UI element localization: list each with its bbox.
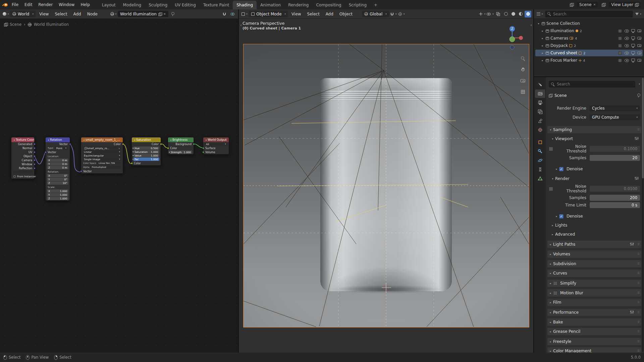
- orientation-dropdown[interactable]: Global: [362, 11, 389, 17]
- snap-magnet-icon[interactable]: [390, 11, 397, 17]
- add-menu[interactable]: Add: [323, 9, 336, 18]
- selectability-checkbox[interactable]: [618, 59, 622, 62]
- zoom-icon[interactable]: [519, 55, 527, 62]
- color-space-dropdown[interactable]: Linear Rec.709: [97, 162, 121, 165]
- properties-search[interactable]: [549, 81, 635, 87]
- render-disable-icon[interactable]: [637, 52, 641, 54]
- render-disable-icon[interactable]: [637, 44, 641, 47]
- view-layer-selector[interactable]: View Layer: [609, 2, 641, 8]
- shader-type-dropdown[interactable]: World: [10, 11, 36, 17]
- filter-icon[interactable]: [635, 11, 642, 17]
- shading-solid-button[interactable]: [510, 11, 517, 17]
- output-target-dropdown[interactable]: All: [205, 142, 227, 146]
- tab-output[interactable]: [535, 99, 545, 107]
- selectability-checkbox[interactable]: [618, 51, 622, 55]
- pin-icon[interactable]: [169, 11, 176, 17]
- alpha-dropdown[interactable]: Premultiplied: [90, 166, 121, 169]
- pan-hand-icon[interactable]: [519, 66, 527, 73]
- outliner-item-focus-marker[interactable]: Focus Marker 4: [535, 57, 643, 64]
- outliner-search[interactable]: [545, 11, 633, 17]
- section-motion-blur[interactable]: Motion Blur: [547, 289, 641, 297]
- node-environment-texture[interactable]: small_empty_room_1_4k.exr Color small_em…: [81, 137, 123, 174]
- link-texcoord-mapping[interactable]: [35, 152, 45, 164]
- hue-field[interactable]: Hue0.500: [133, 146, 159, 150]
- subsection-render[interactable]: Render: [551, 175, 641, 182]
- denoise-checkbox[interactable]: [559, 167, 564, 171]
- scale-y-field[interactable]: Y1.000: [47, 193, 68, 196]
- rotation-z-field[interactable]: Z10°: [47, 181, 68, 185]
- new-view-layer-icon[interactable]: [635, 3, 638, 6]
- object-menu[interactable]: Object: [337, 9, 355, 18]
- noise-threshold-checkbox[interactable]: [549, 147, 553, 151]
- section-film[interactable]: Film: [547, 299, 641, 306]
- viewport-disable-icon[interactable]: [631, 37, 635, 39]
- section-freestyle[interactable]: Freestyle: [547, 338, 641, 345]
- navigation-gizmo[interactable]: Z: [499, 25, 525, 51]
- from-instancer-toggle[interactable]: From Instancer: [11, 174, 34, 179]
- node-world-output[interactable]: World Output All Surface Volume: [203, 137, 229, 155]
- interpolation-dropdown[interactable]: Linear: [83, 150, 121, 154]
- tab-object-data[interactable]: [535, 174, 545, 183]
- expand-icon[interactable]: [541, 44, 544, 47]
- section-simplify[interactable]: Simplify: [547, 280, 641, 287]
- projection-dropdown[interactable]: Equirectangular: [83, 154, 121, 157]
- tab-shading[interactable]: Shading: [233, 1, 257, 9]
- expand-icon[interactable]: [541, 37, 544, 40]
- shader-menu-add[interactable]: Add: [70, 9, 84, 18]
- selectability-checkbox[interactable]: [618, 37, 622, 40]
- shader-menu-select[interactable]: Select: [52, 9, 70, 18]
- selectability-checkbox[interactable]: [618, 44, 622, 47]
- overlays-icon[interactable]: [229, 11, 236, 17]
- section-performance[interactable]: Performance: [547, 309, 641, 316]
- expand-icon[interactable]: [541, 29, 544, 33]
- saturation-field[interactable]: Saturation1.000: [133, 150, 159, 154]
- object-picker-field[interactable]: [13, 171, 33, 174]
- time-limit-field[interactable]: 0 s: [590, 202, 640, 208]
- sidebar-toggle[interactable]: [530, 23, 532, 27]
- subsection-advanced[interactable]: Advanced: [551, 231, 641, 238]
- location-x-field[interactable]: X0 m: [47, 159, 68, 162]
- link-mapping-envtexture[interactable]: [70, 144, 81, 172]
- shading-rendered-button[interactable]: [525, 11, 531, 17]
- tab-uv-editing[interactable]: UV Editing: [171, 1, 200, 9]
- render-denoise-row[interactable]: Denoise: [551, 213, 641, 220]
- hide-icon[interactable]: [625, 59, 629, 62]
- camera-view-icon[interactable]: [519, 77, 527, 84]
- axis-y-ball[interactable]: [509, 37, 515, 42]
- editor-type-icon[interactable]: [536, 11, 543, 17]
- hide-icon[interactable]: [625, 44, 629, 47]
- shader-editor[interactable]: World View Select Add Node World Illumin…: [0, 9, 238, 353]
- node-background[interactable]: Brightness Background Color Strength1.00…: [168, 137, 194, 155]
- shading-wireframe-button[interactable]: [502, 11, 509, 17]
- viewport-disable-icon[interactable]: [631, 51, 635, 54]
- hide-icon[interactable]: [625, 29, 629, 33]
- editor-type-icon[interactable]: [241, 11, 248, 17]
- tab-modifiers[interactable]: [535, 147, 545, 156]
- section-color-management[interactable]: Color Management: [547, 347, 641, 353]
- link-envtexture-saturation[interactable]: [123, 144, 131, 164]
- filter-options-icon[interactable]: [639, 83, 640, 85]
- viewport-disable-icon[interactable]: [631, 59, 635, 61]
- tab-texture-paint[interactable]: Texture Paint: [200, 1, 233, 9]
- world-datablock-field[interactable]: World Illumination: [118, 11, 168, 17]
- tab-constraints[interactable]: [535, 165, 545, 174]
- selectability-checkbox[interactable]: [618, 29, 622, 33]
- blender-logo-icon[interactable]: [1, 1, 9, 8]
- section-bake[interactable]: Bake: [547, 318, 641, 326]
- menu-help[interactable]: Help: [77, 0, 93, 9]
- tab-world[interactable]: [535, 126, 545, 134]
- camera-frame[interactable]: [244, 44, 529, 327]
- tab-modeling[interactable]: Modeling: [119, 1, 145, 9]
- tab-layout[interactable]: Layout: [98, 1, 119, 9]
- hide-icon[interactable]: [625, 52, 629, 55]
- motion-blur-checkbox[interactable]: [553, 291, 557, 295]
- world-browse-icon[interactable]: [110, 11, 117, 17]
- render-disable-icon[interactable]: [637, 37, 641, 40]
- viewport-disable-icon[interactable]: [631, 44, 635, 47]
- section-subdivision[interactable]: Subdivision: [547, 260, 641, 267]
- tab-object[interactable]: [535, 138, 545, 146]
- view-layer-browse-icon[interactable]: [600, 1, 607, 8]
- expand-icon[interactable]: [541, 52, 544, 55]
- node-hue-saturation[interactable]: Saturation Color Hue0.500 Saturation1.00…: [131, 137, 161, 166]
- denoise-checkbox[interactable]: [559, 214, 564, 219]
